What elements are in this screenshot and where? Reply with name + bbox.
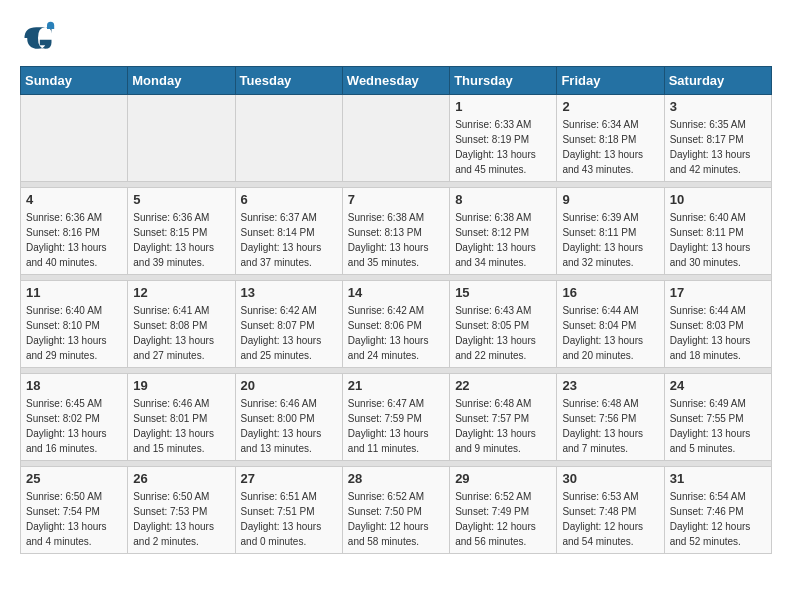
calendar-cell: 14Sunrise: 6:42 AMSunset: 8:06 PMDayligh… — [342, 281, 449, 368]
day-info: Sunrise: 6:38 AMSunset: 8:12 PMDaylight:… — [455, 210, 551, 270]
calendar-cell — [128, 95, 235, 182]
calendar-cell: 27Sunrise: 6:51 AMSunset: 7:51 PMDayligh… — [235, 467, 342, 554]
column-header-thursday: Thursday — [450, 67, 557, 95]
day-info: Sunrise: 6:44 AMSunset: 8:04 PMDaylight:… — [562, 303, 658, 363]
calendar-week-3: 11Sunrise: 6:40 AMSunset: 8:10 PMDayligh… — [21, 281, 772, 368]
calendar-table: SundayMondayTuesdayWednesdayThursdayFrid… — [20, 66, 772, 554]
day-number: 18 — [26, 378, 122, 393]
column-header-wednesday: Wednesday — [342, 67, 449, 95]
day-number: 4 — [26, 192, 122, 207]
day-info: Sunrise: 6:49 AMSunset: 7:55 PMDaylight:… — [670, 396, 766, 456]
day-number: 28 — [348, 471, 444, 486]
logo-icon — [20, 20, 56, 56]
day-number: 25 — [26, 471, 122, 486]
calendar-cell: 1Sunrise: 6:33 AMSunset: 8:19 PMDaylight… — [450, 95, 557, 182]
day-info: Sunrise: 6:34 AMSunset: 8:18 PMDaylight:… — [562, 117, 658, 177]
calendar-cell: 11Sunrise: 6:40 AMSunset: 8:10 PMDayligh… — [21, 281, 128, 368]
column-header-monday: Monday — [128, 67, 235, 95]
calendar-cell: 13Sunrise: 6:42 AMSunset: 8:07 PMDayligh… — [235, 281, 342, 368]
day-info: Sunrise: 6:47 AMSunset: 7:59 PMDaylight:… — [348, 396, 444, 456]
logo — [20, 20, 60, 56]
day-info: Sunrise: 6:38 AMSunset: 8:13 PMDaylight:… — [348, 210, 444, 270]
calendar-cell: 28Sunrise: 6:52 AMSunset: 7:50 PMDayligh… — [342, 467, 449, 554]
calendar-cell: 19Sunrise: 6:46 AMSunset: 8:01 PMDayligh… — [128, 374, 235, 461]
calendar-cell: 26Sunrise: 6:50 AMSunset: 7:53 PMDayligh… — [128, 467, 235, 554]
calendar-week-4: 18Sunrise: 6:45 AMSunset: 8:02 PMDayligh… — [21, 374, 772, 461]
calendar-cell: 18Sunrise: 6:45 AMSunset: 8:02 PMDayligh… — [21, 374, 128, 461]
day-number: 7 — [348, 192, 444, 207]
day-number: 14 — [348, 285, 444, 300]
day-number: 9 — [562, 192, 658, 207]
day-info: Sunrise: 6:33 AMSunset: 8:19 PMDaylight:… — [455, 117, 551, 177]
calendar-cell: 7Sunrise: 6:38 AMSunset: 8:13 PMDaylight… — [342, 188, 449, 275]
calendar-cell — [342, 95, 449, 182]
column-header-sunday: Sunday — [21, 67, 128, 95]
day-info: Sunrise: 6:40 AMSunset: 8:11 PMDaylight:… — [670, 210, 766, 270]
day-number: 8 — [455, 192, 551, 207]
day-number: 29 — [455, 471, 551, 486]
calendar-cell: 31Sunrise: 6:54 AMSunset: 7:46 PMDayligh… — [664, 467, 771, 554]
day-number: 19 — [133, 378, 229, 393]
day-number: 24 — [670, 378, 766, 393]
day-info: Sunrise: 6:54 AMSunset: 7:46 PMDaylight:… — [670, 489, 766, 549]
calendar-cell: 24Sunrise: 6:49 AMSunset: 7:55 PMDayligh… — [664, 374, 771, 461]
calendar-cell: 3Sunrise: 6:35 AMSunset: 8:17 PMDaylight… — [664, 95, 771, 182]
calendar-cell: 23Sunrise: 6:48 AMSunset: 7:56 PMDayligh… — [557, 374, 664, 461]
day-info: Sunrise: 6:43 AMSunset: 8:05 PMDaylight:… — [455, 303, 551, 363]
day-number: 3 — [670, 99, 766, 114]
day-number: 12 — [133, 285, 229, 300]
column-header-friday: Friday — [557, 67, 664, 95]
day-number: 22 — [455, 378, 551, 393]
calendar-week-5: 25Sunrise: 6:50 AMSunset: 7:54 PMDayligh… — [21, 467, 772, 554]
page-header — [20, 20, 772, 56]
calendar-cell: 4Sunrise: 6:36 AMSunset: 8:16 PMDaylight… — [21, 188, 128, 275]
day-number: 30 — [562, 471, 658, 486]
calendar-cell: 30Sunrise: 6:53 AMSunset: 7:48 PMDayligh… — [557, 467, 664, 554]
day-info: Sunrise: 6:45 AMSunset: 8:02 PMDaylight:… — [26, 396, 122, 456]
day-info: Sunrise: 6:37 AMSunset: 8:14 PMDaylight:… — [241, 210, 337, 270]
day-number: 13 — [241, 285, 337, 300]
calendar-cell: 2Sunrise: 6:34 AMSunset: 8:18 PMDaylight… — [557, 95, 664, 182]
day-info: Sunrise: 6:52 AMSunset: 7:49 PMDaylight:… — [455, 489, 551, 549]
day-info: Sunrise: 6:46 AMSunset: 8:01 PMDaylight:… — [133, 396, 229, 456]
calendar-cell: 15Sunrise: 6:43 AMSunset: 8:05 PMDayligh… — [450, 281, 557, 368]
day-info: Sunrise: 6:50 AMSunset: 7:54 PMDaylight:… — [26, 489, 122, 549]
calendar-week-2: 4Sunrise: 6:36 AMSunset: 8:16 PMDaylight… — [21, 188, 772, 275]
day-info: Sunrise: 6:36 AMSunset: 8:15 PMDaylight:… — [133, 210, 229, 270]
calendar-cell: 29Sunrise: 6:52 AMSunset: 7:49 PMDayligh… — [450, 467, 557, 554]
calendar-cell: 8Sunrise: 6:38 AMSunset: 8:12 PMDaylight… — [450, 188, 557, 275]
calendar-cell: 10Sunrise: 6:40 AMSunset: 8:11 PMDayligh… — [664, 188, 771, 275]
calendar-cell: 22Sunrise: 6:48 AMSunset: 7:57 PMDayligh… — [450, 374, 557, 461]
calendar-cell: 25Sunrise: 6:50 AMSunset: 7:54 PMDayligh… — [21, 467, 128, 554]
day-info: Sunrise: 6:46 AMSunset: 8:00 PMDaylight:… — [241, 396, 337, 456]
day-info: Sunrise: 6:40 AMSunset: 8:10 PMDaylight:… — [26, 303, 122, 363]
day-number: 11 — [26, 285, 122, 300]
calendar-cell: 21Sunrise: 6:47 AMSunset: 7:59 PMDayligh… — [342, 374, 449, 461]
header-row: SundayMondayTuesdayWednesdayThursdayFrid… — [21, 67, 772, 95]
day-number: 26 — [133, 471, 229, 486]
calendar-cell — [21, 95, 128, 182]
day-number: 31 — [670, 471, 766, 486]
day-number: 10 — [670, 192, 766, 207]
day-info: Sunrise: 6:41 AMSunset: 8:08 PMDaylight:… — [133, 303, 229, 363]
day-info: Sunrise: 6:36 AMSunset: 8:16 PMDaylight:… — [26, 210, 122, 270]
day-number: 21 — [348, 378, 444, 393]
calendar-cell: 6Sunrise: 6:37 AMSunset: 8:14 PMDaylight… — [235, 188, 342, 275]
calendar-week-1: 1Sunrise: 6:33 AMSunset: 8:19 PMDaylight… — [21, 95, 772, 182]
calendar-cell: 12Sunrise: 6:41 AMSunset: 8:08 PMDayligh… — [128, 281, 235, 368]
day-info: Sunrise: 6:50 AMSunset: 7:53 PMDaylight:… — [133, 489, 229, 549]
day-info: Sunrise: 6:42 AMSunset: 8:06 PMDaylight:… — [348, 303, 444, 363]
day-info: Sunrise: 6:35 AMSunset: 8:17 PMDaylight:… — [670, 117, 766, 177]
day-number: 6 — [241, 192, 337, 207]
day-info: Sunrise: 6:48 AMSunset: 7:56 PMDaylight:… — [562, 396, 658, 456]
day-number: 20 — [241, 378, 337, 393]
day-info: Sunrise: 6:51 AMSunset: 7:51 PMDaylight:… — [241, 489, 337, 549]
calendar-cell: 5Sunrise: 6:36 AMSunset: 8:15 PMDaylight… — [128, 188, 235, 275]
day-info: Sunrise: 6:53 AMSunset: 7:48 PMDaylight:… — [562, 489, 658, 549]
day-number: 27 — [241, 471, 337, 486]
calendar-cell: 20Sunrise: 6:46 AMSunset: 8:00 PMDayligh… — [235, 374, 342, 461]
day-info: Sunrise: 6:42 AMSunset: 8:07 PMDaylight:… — [241, 303, 337, 363]
day-number: 5 — [133, 192, 229, 207]
day-number: 1 — [455, 99, 551, 114]
column-header-saturday: Saturday — [664, 67, 771, 95]
